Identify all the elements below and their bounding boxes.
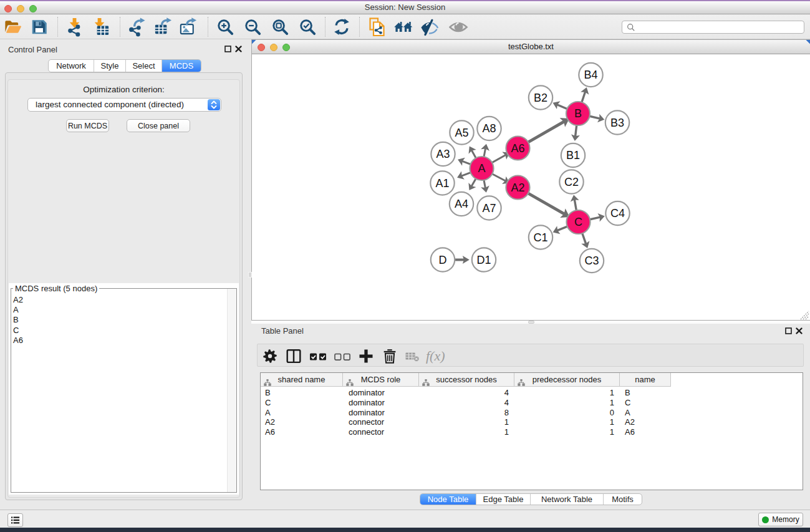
svg-text:C2: C2 xyxy=(564,176,579,188)
svg-text:B1: B1 xyxy=(566,149,580,162)
svg-text:B: B xyxy=(574,107,582,120)
svg-text:C3: C3 xyxy=(584,254,599,267)
svg-text:B4: B4 xyxy=(584,69,597,81)
svg-text:A2: A2 xyxy=(511,181,524,194)
svg-text:A5: A5 xyxy=(455,127,468,139)
svg-text:A3: A3 xyxy=(436,148,450,160)
svg-text:B3: B3 xyxy=(610,117,624,129)
svg-text:A6: A6 xyxy=(511,142,524,155)
svg-text:A: A xyxy=(478,162,485,175)
svg-text:C4: C4 xyxy=(610,207,625,220)
svg-text:A1: A1 xyxy=(435,177,449,190)
svg-text:C1: C1 xyxy=(533,231,547,244)
svg-text:D1: D1 xyxy=(476,254,491,266)
svg-text:C: C xyxy=(574,216,582,228)
svg-text:D: D xyxy=(439,254,447,266)
svg-text:A8: A8 xyxy=(482,122,496,135)
svg-text:B2: B2 xyxy=(534,92,547,104)
svg-text:A7: A7 xyxy=(482,202,496,215)
svg-text:A4: A4 xyxy=(455,198,468,210)
